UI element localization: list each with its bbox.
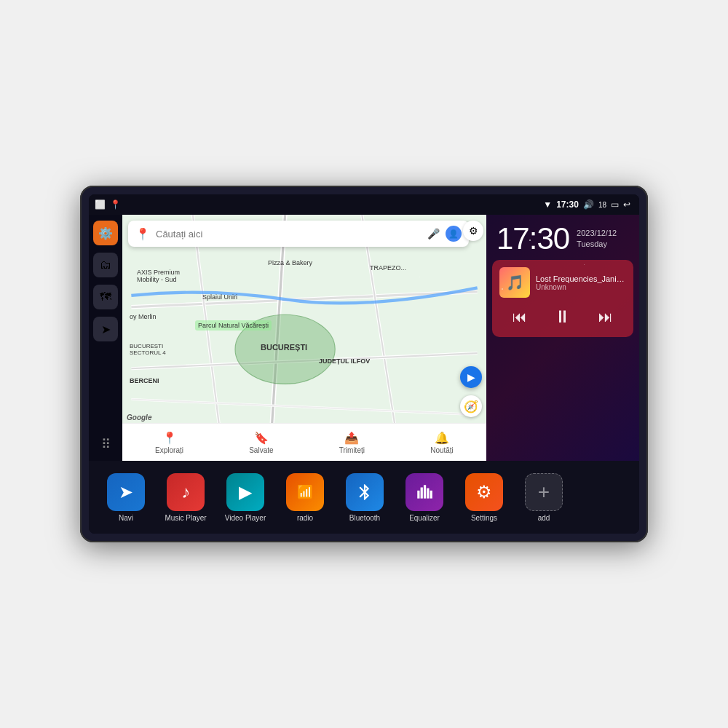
- map-label-axis: AXIS PremiumMobility - Sud: [137, 269, 180, 283]
- navi-label: Navi: [119, 514, 133, 522]
- map-nav-news[interactable]: 🔔 Noutăți: [424, 428, 459, 457]
- equalizer-icon: [405, 473, 443, 511]
- status-bar-left: ⬜ 📍: [95, 199, 121, 210]
- settings-label: Settings: [471, 514, 497, 522]
- sidebar-apps-btn[interactable]: ⠿: [98, 433, 114, 455]
- sidebar-files-btn[interactable]: 🗂: [93, 253, 118, 277]
- sidebar-map-btn[interactable]: 🗺: [93, 285, 118, 309]
- add-icon: +: [525, 473, 563, 511]
- share-icon: 📤: [344, 431, 359, 445]
- svg-rect-16: [421, 487, 423, 498]
- radio-icon: 📶: [286, 473, 324, 511]
- music-player: 🎵 Lost Frequencies_Janie... Unknown ⏮ ⏸ …: [492, 260, 633, 337]
- sidebar-navi-btn[interactable]: ➤: [93, 317, 118, 341]
- saved-icon: 🔖: [254, 431, 269, 445]
- app-equalizer[interactable]: Equalizer: [396, 473, 453, 522]
- map-label-merlin: oy Merlin: [130, 313, 157, 320]
- back-icon[interactable]: ↩: [623, 199, 630, 210]
- saved-label: Salvate: [249, 446, 273, 454]
- prev-button[interactable]: ⏮: [510, 306, 530, 328]
- music-info: 🎵 Lost Frequencies_Janie... Unknown: [499, 267, 626, 298]
- clock-day-text: Tuesday: [577, 239, 617, 250]
- map-label-ilfov: JUDEȚUL ILFOV: [319, 357, 370, 365]
- clock-date: 2023/12/12 Tuesday: [577, 223, 617, 250]
- pause-button[interactable]: ⏸: [551, 304, 574, 330]
- clock-section: 17:30 2023/12/12 Tuesday: [486, 215, 639, 260]
- map-container: 📍 🎤 👤 ⚙ AXIS PremiumMobility - Sud Pizza…: [122, 215, 486, 461]
- google-logo: Google: [127, 414, 151, 422]
- wifi-icon: ▼: [543, 199, 552, 210]
- microphone-icon[interactable]: 🎤: [427, 228, 440, 240]
- video-player-label: Video Player: [225, 514, 266, 522]
- music-player-label: Music Player: [165, 514, 206, 522]
- bluetooth-label: Bluetooth: [349, 514, 380, 522]
- music-album-art[interactable]: 🎵: [499, 267, 530, 298]
- svg-rect-18: [427, 488, 429, 498]
- map-nav-share[interactable]: 📤 Trimiteți: [333, 428, 371, 457]
- music-controls: ⏮ ⏸ ⏭: [499, 304, 626, 330]
- clock-date-text: 2023/12/12: [577, 228, 617, 239]
- map-location-btn[interactable]: ▶: [460, 366, 482, 388]
- map-label-parcul: Parcul Natural Văcărești: [195, 320, 272, 331]
- battery-icon: ▭: [611, 199, 619, 210]
- right-panel: 17:30 2023/12/12 Tuesday 🎵 Lost Frequenc…: [486, 215, 639, 461]
- status-time: 17:30: [556, 199, 579, 210]
- explore-label: Explorați: [155, 446, 183, 454]
- signal-level: 18: [598, 201, 606, 209]
- svg-rect-19: [430, 490, 432, 498]
- map-label-splai: Splaiul Uniri: [202, 293, 237, 301]
- device-screen: ⬜ 📍 ▼ 17:30 🔊 18 ▭ ↩ ⚙️ 🗂 🗺 ➤ ⠿: [89, 194, 639, 534]
- map-compass[interactable]: 🧭: [460, 395, 482, 417]
- sidebar: ⚙️ 🗂 🗺 ➤ ⠿: [89, 215, 122, 461]
- home-icon[interactable]: ⬜: [95, 199, 106, 210]
- app-bluetooth[interactable]: Bluetooth: [336, 473, 393, 522]
- device: ⬜ 📍 ▼ 17:30 🔊 18 ▭ ↩ ⚙️ 🗂 🗺 ➤ ⠿: [80, 186, 648, 542]
- svg-rect-17: [424, 485, 426, 498]
- sidebar-settings-btn[interactable]: ⚙️: [93, 221, 118, 245]
- app-settings[interactable]: ⚙ Settings: [456, 473, 513, 522]
- navi-icon: ➤: [107, 473, 145, 511]
- svg-rect-15: [417, 490, 419, 498]
- map-label-pizza: Pizza & Bakery: [268, 259, 312, 266]
- status-bar-right: ▼ 17:30 🔊 18 ▭ ↩: [543, 199, 630, 210]
- explore-icon: 📍: [162, 431, 177, 445]
- video-player-icon: ▶: [226, 473, 264, 511]
- equalizer-label: Equalizer: [409, 514, 440, 522]
- news-icon: 🔔: [435, 431, 449, 445]
- bluetooth-icon: [346, 473, 384, 511]
- news-label: Noutăți: [430, 446, 454, 454]
- music-artist: Unknown: [536, 283, 626, 291]
- album-art-emoji: 🎵: [506, 274, 524, 291]
- map-nav-explore[interactable]: 📍 Explorați: [149, 428, 189, 457]
- radio-label: radio: [297, 514, 313, 522]
- map-label-trapezo: TRAPEZO...: [370, 264, 406, 272]
- app-music-player[interactable]: ♪ Music Player: [157, 473, 214, 522]
- app-drawer: ➤ Navi ♪ Music Player ▶ Video Player 📶: [89, 461, 639, 534]
- map-label-sector4: BUCUREȘTISECTORUL 4: [130, 343, 166, 356]
- map-search-input[interactable]: [156, 229, 422, 240]
- main-content: ⚙️ 🗂 🗺 ➤ ⠿: [89, 215, 639, 461]
- status-bar: ⬜ 📍 ▼ 17:30 🔊 18 ▭ ↩: [89, 194, 639, 215]
- google-maps-icon: 📍: [135, 227, 150, 241]
- music-player-icon: ♪: [167, 473, 205, 511]
- app-navi[interactable]: ➤ Navi: [98, 473, 154, 522]
- add-label: add: [538, 514, 550, 522]
- map-search-bar[interactable]: 📍 🎤 👤: [128, 221, 469, 247]
- user-avatar[interactable]: 👤: [446, 226, 462, 242]
- app-radio[interactable]: 📶 radio: [277, 473, 333, 522]
- map-settings-btn[interactable]: ⚙: [463, 221, 483, 241]
- music-details: Lost Frequencies_Janie... Unknown: [536, 274, 626, 291]
- map-label-bucuresti: BUCUREȘTI: [261, 343, 307, 352]
- share-label: Trimiteți: [339, 446, 365, 454]
- clock-time: 17:30: [496, 223, 569, 254]
- next-button[interactable]: ⏭: [596, 306, 616, 328]
- app-add[interactable]: + add: [515, 473, 572, 522]
- settings-icon: ⚙: [465, 473, 503, 511]
- music-title: Lost Frequencies_Janie...: [536, 274, 626, 283]
- map-label-berceni: BERCENI: [130, 377, 159, 384]
- app-video-player[interactable]: ▶ Video Player: [217, 473, 274, 522]
- map-nav-saved[interactable]: 🔖 Salvate: [243, 428, 279, 457]
- location-status-icon[interactable]: 📍: [110, 199, 121, 210]
- map-area[interactable]: 📍 🎤 👤 ⚙ AXIS PremiumMobility - Sud Pizza…: [122, 215, 486, 461]
- volume-icon[interactable]: 🔊: [583, 199, 594, 210]
